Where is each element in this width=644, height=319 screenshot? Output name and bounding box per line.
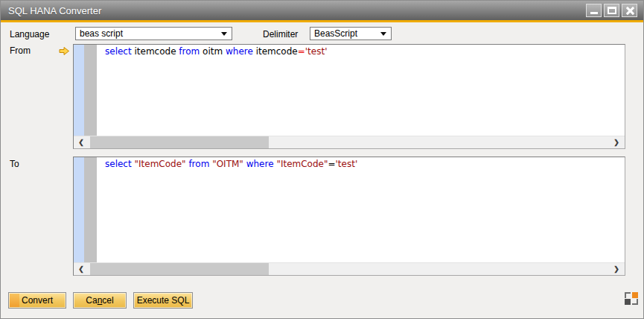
link-arrow-icon[interactable] <box>59 46 70 56</box>
from-hscrollbar[interactable]: ❮ ❯ <box>74 136 625 148</box>
execute-sql-button[interactable]: Execute SQL <box>133 292 193 309</box>
to-hscrollbar[interactable]: ❮ ❯ <box>74 262 625 275</box>
to-label: To <box>10 159 19 169</box>
convert-button[interactable]: Convert <box>8 292 66 309</box>
corner-square-icon <box>625 299 631 305</box>
default-button-indicator <box>10 294 19 307</box>
cancel-button[interactable]: Cancel <box>73 292 127 309</box>
execute-sql-button-label: Execute SQL <box>137 295 190 306</box>
language-label: Language <box>10 29 49 40</box>
editor-margin-gutter <box>84 157 97 262</box>
corner-square-icon <box>632 292 638 298</box>
editor-selection-gutter <box>74 45 84 136</box>
delimiter-value: BeasScript <box>314 28 357 39</box>
language-value: beas script <box>80 28 123 39</box>
scroll-right-icon[interactable]: ❯ <box>610 263 623 275</box>
minimize-icon <box>590 12 598 14</box>
scroll-left-icon[interactable]: ❮ <box>74 136 88 148</box>
window-title: SQL HANA Converter <box>1 5 101 16</box>
chevron-down-icon <box>221 32 227 36</box>
window-controls <box>586 4 637 17</box>
corner-bracket-icon <box>625 292 631 298</box>
from-label: From <box>10 45 31 56</box>
scroll-right-icon[interactable]: ❯ <box>610 136 623 148</box>
from-editor[interactable]: select itemcode from oitm where itemcode… <box>73 44 625 149</box>
accent-bar <box>1 20 643 22</box>
from-code[interactable]: select itemcode from oitm where itemcode… <box>105 46 623 57</box>
minimize-button[interactable] <box>586 4 602 17</box>
corner-bracket-icon <box>632 299 638 305</box>
maximize-form-icon[interactable] <box>625 292 638 305</box>
scroll-thumb[interactable] <box>90 136 269 148</box>
maximize-button[interactable] <box>604 4 619 17</box>
maximize-icon <box>608 7 616 14</box>
cancel-button-label: Cancel <box>86 295 113 306</box>
to-editor[interactable]: select "ItemCode" from "OITM" where "Ite… <box>73 157 625 276</box>
scroll-left-icon[interactable]: ❮ <box>74 263 88 275</box>
convert-button-label: Convert <box>22 295 53 306</box>
sql-hana-converter-window: SQL HANA Converter Language beas script … <box>0 0 644 319</box>
delimiter-select[interactable]: BeasScript <box>310 27 392 40</box>
delimiter-label: Delimiter <box>263 29 298 40</box>
language-select[interactable]: beas script <box>75 27 232 40</box>
editor-margin-gutter <box>84 45 97 136</box>
to-code[interactable]: select "ItemCode" from "OITM" where "Ite… <box>105 159 623 170</box>
close-button[interactable] <box>622 4 637 17</box>
editor-selection-gutter <box>74 157 84 262</box>
scroll-thumb[interactable] <box>90 263 269 275</box>
chevron-down-icon <box>380 32 386 36</box>
titlebar[interactable]: SQL HANA Converter <box>1 1 643 20</box>
